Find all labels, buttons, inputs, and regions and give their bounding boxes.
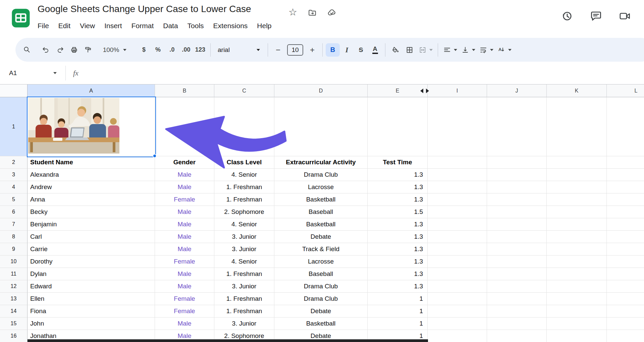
cell-L14[interactable] [607,305,644,318]
cell-I4[interactable] [428,181,487,193]
move-folder-icon[interactable] [308,8,317,18]
document-title[interactable]: Google Sheets Change Upper Case to Lower… [38,4,251,14]
cell-K9[interactable] [547,243,607,255]
row-header-6[interactable]: 6 [0,206,28,218]
cell-K13[interactable] [547,293,607,305]
cell-L6[interactable] [607,206,644,218]
cell-I9[interactable] [428,243,487,255]
font-size-input[interactable]: 10 [287,44,303,56]
cell-I1[interactable] [428,97,487,156]
cell-B8[interactable]: Male [155,231,214,243]
cell-E13[interactable]: 1 [368,293,428,305]
italic-button[interactable]: I [340,43,354,57]
cell-A12[interactable]: Edward [28,280,155,293]
cell-K11[interactable] [547,268,607,280]
row-header-7[interactable]: 7 [0,218,28,231]
row-header-10[interactable]: 10 [0,255,28,268]
cell-I8[interactable] [428,231,487,243]
row-header-12[interactable]: 12 [0,280,28,293]
cell-A10[interactable]: Dorothy [28,255,155,268]
cell-A9[interactable]: Carrie [28,243,155,255]
cell-A15[interactable]: John [28,318,155,330]
cell-K2[interactable] [547,156,607,169]
cell-C6[interactable]: 2. Sophomore [214,206,274,218]
cell-I15[interactable] [428,318,487,330]
cell-K5[interactable] [547,193,607,206]
cell-C4[interactable]: 1. Freshman [214,181,274,193]
cell-D1[interactable] [274,97,368,156]
cell-B7[interactable]: Male [155,218,214,231]
cell-I10[interactable] [428,255,487,268]
cell-E9[interactable]: 1.3 [368,243,428,255]
row-header-13[interactable]: 13 [0,293,28,305]
cell-C12[interactable]: 3. Junior [214,280,274,293]
strikethrough-button[interactable]: S [354,43,368,57]
cell-E8[interactable]: 1.3 [368,231,428,243]
classroom-image[interactable] [28,98,119,154]
cell-B9[interactable]: Male [155,243,214,255]
select-all-corner[interactable] [0,84,28,97]
column-header-A[interactable]: A [28,84,155,97]
cell-J14[interactable] [487,305,547,318]
cell-L8[interactable] [607,231,644,243]
cell-I12[interactable] [428,280,487,293]
cell-C13[interactable]: 1. Freshman [214,293,274,305]
formula-input[interactable] [78,66,644,80]
cell-I11[interactable] [428,268,487,280]
cell-A3[interactable]: Alexandra [28,169,155,181]
cell-J15[interactable] [487,318,547,330]
cell-C9[interactable]: 3. Junior [214,243,274,255]
cell-L2[interactable] [607,156,644,169]
cell-A1[interactable] [28,97,155,156]
cell-I13[interactable] [428,293,487,305]
column-header-I[interactable]: I [428,84,487,97]
cell-A5[interactable]: Anna [28,193,155,206]
cell-B15[interactable]: Male [155,318,214,330]
cell-B2[interactable]: Gender [155,156,214,169]
row-header-11[interactable]: 11 [0,268,28,280]
decrease-font-size-button[interactable]: − [271,43,285,57]
cell-D5[interactable]: Basketball [274,193,368,206]
column-header-C[interactable]: C [214,84,274,97]
undo-button[interactable] [39,43,53,57]
star-icon[interactable]: ☆ [288,7,297,17]
menu-data[interactable]: Data [158,22,182,30]
row-header-14[interactable]: 14 [0,305,28,318]
cell-E3[interactable]: 1.3 [368,169,428,181]
cloud-status-icon[interactable] [327,8,336,19]
cell-L11[interactable] [607,268,644,280]
row-header-9[interactable]: 9 [0,243,28,255]
cell-D13[interactable]: Drama Club [274,293,368,305]
cell-D7[interactable]: Basketball [274,218,368,231]
cell-C15[interactable]: 3. Junior [214,318,274,330]
cell-K6[interactable] [547,206,607,218]
cell-K7[interactable] [547,218,607,231]
cell-K12[interactable] [547,280,607,293]
fill-color-button[interactable] [388,43,402,57]
cell-E15[interactable]: 1 [368,318,428,330]
row-header-1[interactable]: 1 [0,97,28,156]
more-formats-button[interactable]: 123 [193,43,207,57]
cell-J7[interactable] [487,218,547,231]
cell-D14[interactable]: Debate [274,305,368,318]
font-select[interactable]: arial [214,43,265,57]
cell-A13[interactable]: Ellen [28,293,155,305]
cell-K4[interactable] [547,181,607,193]
cell-E4[interactable]: 1.3 [368,181,428,193]
cell-B5[interactable]: Female [155,193,214,206]
search-icon[interactable] [20,43,34,57]
cell-L1[interactable] [607,97,644,156]
cell-L3[interactable] [607,169,644,181]
redo-button[interactable] [53,43,67,57]
meet-camera-icon[interactable] [619,10,631,22]
bold-button[interactable]: B [326,43,340,57]
cell-I3[interactable] [428,169,487,181]
horizontal-scrollbar[interactable] [28,339,428,342]
cell-K10[interactable] [547,255,607,268]
currency-format-button[interactable]: $ [137,43,151,57]
version-history-icon[interactable] [561,10,574,22]
row-header-8[interactable]: 8 [0,231,28,243]
cell-A14[interactable]: Fiona [28,305,155,318]
cell-C8[interactable]: 3. Junior [214,231,274,243]
cell-J2[interactable] [487,156,547,169]
